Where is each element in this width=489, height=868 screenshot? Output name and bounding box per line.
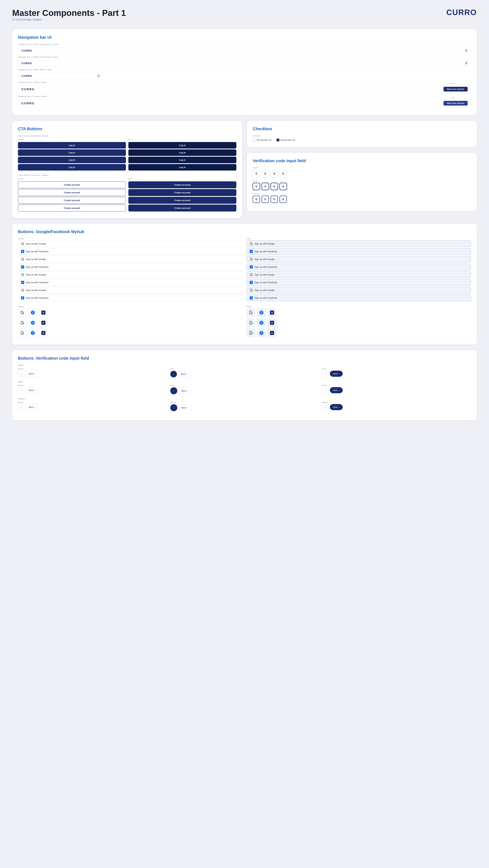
create-btn-hover-2[interactable]: Create account	[128, 189, 236, 196]
next-btn-tablet-hn[interactable]: Next ›	[330, 387, 343, 393]
verif-box-3[interactable]: 0	[271, 170, 278, 177]
verif-box-4[interactable]: 0	[279, 170, 287, 177]
h-square-icon-2: H	[41, 321, 45, 325]
h-icon-only-n2[interactable]: H	[39, 318, 48, 327]
verif-focus-box-3[interactable]: 0	[271, 183, 278, 190]
next-chevron-h: ›	[187, 373, 187, 375]
google-btn-h1[interactable]: Sign up with Google	[247, 241, 471, 247]
facebook-btn-h1[interactable]: f Sign up with Facebook	[247, 248, 471, 255]
h-icon-only-h2[interactable]: H	[268, 318, 276, 327]
create-btn-hover-4[interactable]: Create account	[128, 205, 236, 212]
login-btn-hover-3[interactable]: Log in	[128, 157, 236, 163]
next-btn-tablet-hover[interactable]: Next ›	[178, 388, 191, 394]
icon-only-hover: Hover f H f	[247, 306, 471, 339]
fb-icon-only-h3[interactable]: f	[257, 329, 266, 337]
facebook-btn-1[interactable]: f Sign up with Facebook	[18, 248, 242, 255]
google-btn-1[interactable]: Sign up with Google	[18, 241, 242, 247]
login-btn-hover-4[interactable]: Log in	[128, 164, 236, 170]
hamburger-icon-2[interactable]: ☰	[465, 62, 468, 65]
next-btn-desktop-1[interactable]: Next ›	[26, 404, 38, 410]
create-btn-hover-1[interactable]: Create account	[128, 181, 236, 188]
verif-pressed-box-2[interactable]: 0	[262, 196, 269, 203]
prev-btn-tablet-hover[interactable]: ‹	[170, 387, 178, 395]
verif-pressed-box-3[interactable]: 0	[271, 196, 278, 203]
google-icon-h4	[250, 288, 253, 292]
verif-pressed-box-1[interactable]: 0	[253, 196, 260, 203]
nav-logo-sm-2: CURRO	[21, 62, 32, 65]
hamburger-icon[interactable]: ☰	[465, 49, 468, 52]
next-btn-desktop-3[interactable]: Next ›	[330, 404, 343, 410]
nav-cta-normal[interactable]: Start your journey	[444, 87, 468, 92]
google-btn-h3[interactable]: Sign up with Google	[247, 271, 471, 278]
login-btn-normal-3[interactable]: Log in	[18, 157, 126, 163]
facebook-btn-h4[interactable]: f Sign up with Facebook	[247, 294, 471, 301]
create-btn-normal-3[interactable]: Create account	[18, 197, 126, 204]
prev-btn-tablet-default[interactable]: ‹	[18, 387, 25, 393]
create-btn-normal-4[interactable]: Create account	[18, 205, 126, 212]
google-icon-only-h1[interactable]	[247, 308, 255, 317]
google-icon-only-n2[interactable]	[18, 318, 27, 327]
prev-btn-desktop-2[interactable]: ‹	[170, 404, 178, 411]
h-icon-only-h1[interactable]: H	[268, 308, 276, 317]
login-btn-hover-1[interactable]: Log in	[128, 142, 236, 149]
nav-cta-hover[interactable]: Start your journey	[444, 101, 468, 105]
tablet-hover-next-label: Hover	[322, 384, 471, 386]
next-btn-tablet-default[interactable]: Next ›	[26, 387, 38, 393]
checkbox-box-checked[interactable]: ✓	[276, 138, 279, 142]
google-btn-h4[interactable]: Sign up with Google	[247, 287, 471, 293]
facebook-btn-label-2: Sign up with Facebook	[26, 266, 49, 268]
verif-focus-box-4[interactable]: 0	[279, 183, 287, 190]
create-btn-normal-1[interactable]: Create account	[18, 181, 126, 188]
facebook-btn-3[interactable]: f Sign up with Facebook	[18, 279, 242, 286]
icon-row-h1: f H	[247, 308, 471, 317]
verif-focus-box-1[interactable]: 0	[253, 183, 260, 190]
facebook-btn-h2[interactable]: f Sign up with Facebook	[247, 264, 471, 270]
next-btn-mobile-hn[interactable]: Next ›	[330, 371, 343, 377]
prev-btn-tablet-hn[interactable]: ‹	[322, 387, 329, 393]
checkbox-box-unchecked[interactable]	[253, 138, 255, 142]
prev-btn-mobile-default[interactable]: ‹	[18, 371, 25, 377]
google-icon-only-h2[interactable]	[247, 318, 255, 327]
h-icon-only-n3[interactable]: H	[39, 329, 48, 337]
next-chevron-d3: ›	[339, 406, 340, 408]
login-btn-hover-2[interactable]: Log in	[128, 149, 236, 156]
prev-btn-mobile-hover[interactable]: ‹	[170, 371, 177, 377]
google-icon-only-n1[interactable]	[18, 308, 27, 317]
verif-focus-box-2[interactable]: 0	[262, 183, 269, 190]
login-btn-normal-2[interactable]: Log in	[18, 149, 126, 156]
prev-btn-desktop-3[interactable]: ‹	[322, 404, 329, 410]
facebook-btn-2[interactable]: f Sign up with Facebook	[18, 264, 242, 270]
prev-btn-mobile-hn[interactable]: ‹	[322, 371, 329, 377]
login-btn-normal-4[interactable]: Log in	[18, 164, 126, 170]
google-btn-h2[interactable]: Sign up with Google	[247, 256, 471, 262]
prev-btn-desktop-1[interactable]: ‹	[18, 404, 25, 410]
verif-box-1[interactable]: 0	[253, 170, 260, 177]
checkbox-demo: Remember me ✓ Remember me	[253, 138, 471, 142]
create-btn-hover-3[interactable]: Create account	[128, 197, 236, 204]
login-btn-normal-1[interactable]: Log in	[18, 142, 126, 149]
google-icon-only-h3[interactable]	[247, 329, 255, 337]
next-btn-desktop-2[interactable]: Next ›	[178, 405, 191, 411]
fb-icon-only-n1[interactable]: f	[29, 308, 37, 317]
verif-box-2[interactable]: 0	[262, 170, 269, 177]
verif-focus-row: 0 0 0 0	[253, 183, 471, 190]
google-btn-4[interactable]: Sign up with Google	[18, 287, 242, 293]
next-btn-mobile-hover[interactable]: Next ›	[178, 371, 191, 377]
google-btn-3[interactable]: Sign up with Google	[18, 271, 242, 278]
fb-icon-only-n3[interactable]: f	[29, 329, 37, 337]
fb-icon-only-h1[interactable]: f	[257, 308, 266, 317]
verif-pressed-box-4[interactable]: 0	[279, 196, 287, 203]
desktop-default-col-3: Default ‹ Next ›	[322, 401, 471, 411]
hamburger-icon-3[interactable]: ☰	[97, 74, 100, 78]
facebook-btn-4[interactable]: f Sign up with Facebook	[18, 294, 242, 301]
fb-icon-only-h2[interactable]: f	[257, 318, 266, 327]
create-btn-row-1: Create account Create account	[18, 181, 236, 188]
facebook-btn-h3[interactable]: f Sign up with Facebook	[247, 279, 471, 286]
next-btn-mobile-default[interactable]: Next ›	[26, 371, 38, 377]
create-btn-normal-2[interactable]: Create account	[18, 189, 126, 196]
h-icon-only-h3[interactable]: H	[268, 329, 276, 337]
google-btn-2[interactable]: Sign up with Google	[18, 256, 242, 262]
fb-icon-only-n2[interactable]: f	[29, 318, 37, 327]
h-icon-only-n1[interactable]: H	[39, 308, 48, 317]
google-icon-only-n3[interactable]	[18, 329, 27, 337]
